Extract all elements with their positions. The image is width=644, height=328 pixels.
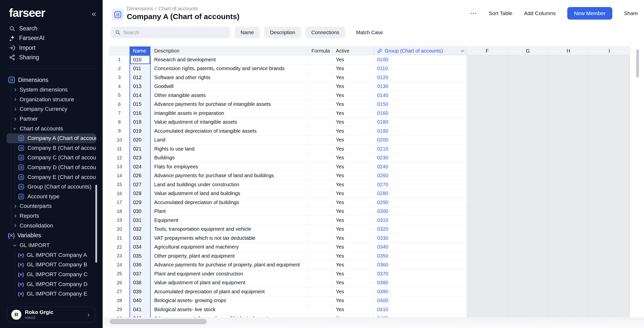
description-cell[interactable]: Value adjustment of plant and equipment [151,278,308,288]
empty-cell-g[interactable] [508,55,548,64]
name-cell[interactable]: 012 [130,73,151,82]
formula-cell[interactable] [308,73,332,82]
active-cell[interactable]: Yes [332,278,374,288]
column-header-active[interactable]: Active [332,46,374,55]
group-link-cell[interactable]: 0260 [374,171,467,180]
empty-cell-h[interactable] [548,216,589,225]
group-link-cell[interactable]: 0410 [374,305,467,314]
collapse-sidebar-icon[interactable]: « [92,9,96,18]
sort-table-button[interactable]: Sort Table [489,10,512,16]
empty-cell-g[interactable] [508,100,548,109]
empty-cell-f[interactable] [467,207,508,216]
group-link-cell[interactable]: 0370 [374,269,467,278]
sidebar-section-dimensions[interactable]: Dimensions [7,75,96,85]
empty-cell-f[interactable] [467,82,508,91]
description-cell[interactable]: Biological assets- growing crops [151,296,308,305]
description-cell[interactable]: Advance payments for purchase of biologi… [151,314,308,317]
tree-item-company-c[interactable]: Company C (Chart of accounts) [7,153,96,163]
description-cell[interactable]: Advance payments for purchase of propert… [151,261,308,270]
description-cell[interactable]: Value adjustment of intangible assets [151,118,308,127]
row-number-cell[interactable]: 25 [109,269,130,278]
active-cell[interactable]: Yes [332,82,374,91]
empty-cell-i[interactable] [589,287,630,296]
empty-cell-f[interactable] [467,162,508,171]
name-cell[interactable]: 016 [130,109,151,118]
name-cell[interactable]: 037 [130,269,151,278]
name-cell[interactable]: 013 [130,82,151,91]
description-cell[interactable]: Plant [151,207,308,216]
empty-cell-f[interactable] [467,261,508,270]
description-cell[interactable]: Advance payments for purchase of intangi… [151,100,308,109]
formula-cell[interactable] [308,216,332,225]
empty-cell-i[interactable] [589,243,630,252]
empty-cell-i[interactable] [589,136,630,145]
description-cell[interactable]: Research and development [151,55,308,64]
row-number-cell[interactable]: 15 [109,180,130,189]
row-number-cell[interactable]: 16 [109,189,130,198]
breadcrumb-dimensions[interactable]: Dimensions [127,6,153,11]
empty-cell-h[interactable] [548,287,589,296]
tree-item-reports[interactable]: Reports [7,211,96,221]
description-cell[interactable]: VAT prepayments which is not tax deducta… [151,234,308,243]
empty-cell-i[interactable] [589,261,630,270]
name-cell[interactable]: 026 [130,171,151,180]
empty-cell-h[interactable] [548,145,589,154]
group-link-cell[interactable]: 0240 [374,162,467,171]
empty-cell-g[interactable] [508,207,548,216]
row-number-cell[interactable]: 17 [109,198,130,207]
empty-cell-g[interactable] [508,287,548,296]
description-cell[interactable]: Land [151,136,308,145]
formula-cell[interactable] [308,287,332,296]
empty-cell-h[interactable] [548,225,589,234]
empty-cell-h[interactable] [548,252,589,261]
empty-cell-g[interactable] [508,189,548,198]
active-cell[interactable]: Yes [332,225,374,234]
tree-item-system-dimensions[interactable]: System dimensions [7,85,96,95]
active-cell[interactable]: Yes [332,269,374,278]
row-number-cell[interactable]: 24 [109,261,130,270]
group-link-cell[interactable]: 0270 [374,180,467,189]
empty-cell-f[interactable] [467,243,508,252]
name-cell[interactable]: 041 [130,305,151,314]
empty-cell-i[interactable] [589,127,630,136]
group-link-cell[interactable]: 0350 [374,252,467,261]
add-columns-button[interactable]: Add Columns [524,10,556,16]
name-cell[interactable]: 020 [130,136,151,145]
active-cell[interactable]: Yes [332,314,374,317]
horizontal-scrollbar[interactable] [110,319,207,324]
column-header-i[interactable]: I [589,46,630,55]
tree-item-organization-structure[interactable]: Organization structure [7,95,96,105]
empty-cell-h[interactable] [548,162,589,171]
group-link-cell[interactable]: 0380 [374,278,467,288]
name-cell[interactable]: 023 [130,154,151,163]
tree-item-company-d[interactable]: Company D (Chart of accounts) [7,163,96,172]
name-cell[interactable]: 030 [130,207,151,216]
empty-cell-f[interactable] [467,252,508,261]
active-cell[interactable]: Yes [332,305,374,314]
group-link-cell[interactable]: 0190 [374,127,467,136]
empty-cell-h[interactable] [548,198,589,207]
tree-item-account-type[interactable]: Account type [7,192,96,202]
row-number-cell[interactable]: 12 [109,154,130,163]
empty-cell-g[interactable] [508,243,548,252]
description-cell[interactable]: Plant and equipment under construction [151,269,308,278]
empty-cell-h[interactable] [548,171,589,180]
name-cell[interactable]: 019 [130,127,151,136]
description-cell[interactable]: Tools, transportation equipment and vehi… [151,225,308,234]
sidebar-section-variables[interactable]: (×) Variables [7,230,96,241]
empty-cell-f[interactable] [467,91,508,100]
empty-cell-g[interactable] [508,296,548,305]
share-button[interactable]: Share [624,10,638,16]
empty-cell-h[interactable] [548,64,589,73]
name-cell[interactable]: 010 [130,55,151,64]
empty-cell-h[interactable] [548,314,589,317]
active-cell[interactable]: Yes [332,252,374,261]
formula-cell[interactable] [308,136,332,145]
empty-cell-h[interactable] [548,207,589,216]
row-number-cell[interactable]: 9 [109,127,130,136]
empty-cell-g[interactable] [508,261,548,270]
empty-cell-f[interactable] [467,305,508,314]
row-number-cell[interactable]: 10 [109,136,130,145]
tree-item-gl-import-company-e[interactable]: (×) GL IMPORT Company E [7,289,96,299]
sidebar-scrollbar[interactable] [95,185,97,263]
